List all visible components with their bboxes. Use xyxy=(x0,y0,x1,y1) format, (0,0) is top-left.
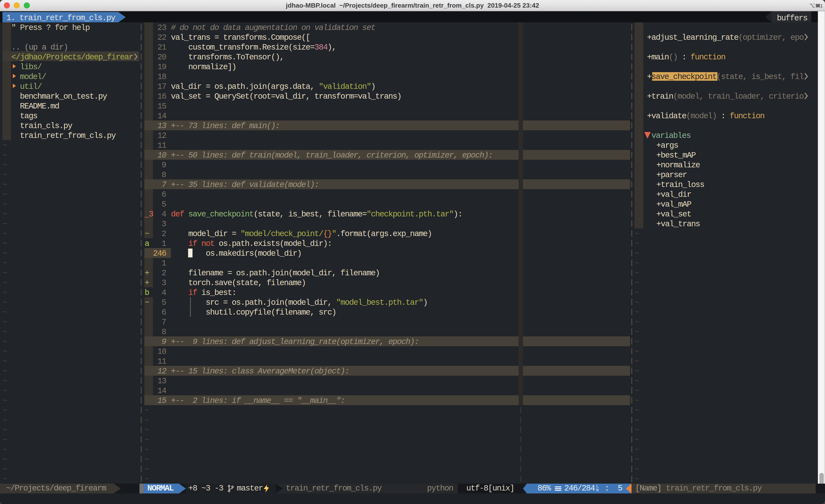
svg-text:1: 1 xyxy=(820,3,822,9)
